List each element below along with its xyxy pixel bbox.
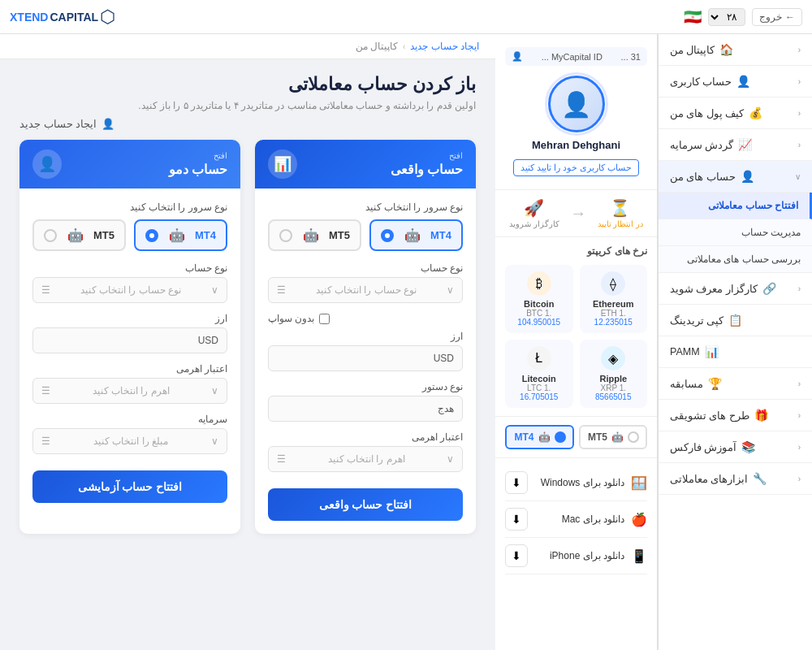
demo-capital-select[interactable]: ∨ مبلغ را انتخاب کنید ☰ [32, 428, 227, 454]
user-id-icon: 👤 [512, 51, 523, 62]
user-name: Mehran Dehghani [505, 139, 647, 151]
page-title: باز کردن حساب معاملاتی [19, 74, 476, 95]
chevron-down-icon: ∨ [211, 284, 218, 296]
ripple-sym: .XRP 1 [586, 384, 641, 392]
demo-mt4-radio [145, 229, 158, 242]
sidebar-item-education[interactable]: ‹ 📚 آموزش فارکس [659, 431, 812, 463]
ethereum-sym: .ETH 1 [586, 309, 641, 318]
demo-card-header-icon: 👤 [32, 150, 62, 179]
download-mac[interactable]: 🍎 دانلود برای Mac ⬇ [505, 501, 647, 538]
demo-submit-button[interactable]: افتتاح حساب آزمایشی [32, 470, 227, 503]
select-icon: ☰ [277, 453, 286, 465]
real-mt4-option[interactable]: MT4 🤖 [369, 219, 463, 251]
demo-currency-label: ارز [32, 313, 227, 324]
platform-mt4[interactable]: 🤖 MT4 [505, 425, 574, 449]
sidebar-label-copy-trading: کپی تریدینگ [670, 314, 723, 327]
sidebar-label-competition: مسابقه [670, 378, 703, 390]
promo-icon: 🎁 [754, 409, 768, 422]
sub-label-review-accounts: بررسی حساب های معاملاتی [687, 254, 801, 265]
download-windows-btn[interactable]: ⬇ [505, 471, 528, 494]
sidebar-item-copy-trading[interactable]: 📋 کپی تریدینگ [659, 305, 812, 336]
platform-mt5[interactable]: 🤖 MT5 [579, 425, 648, 449]
select-icon: ☰ [41, 284, 50, 296]
create-section: 👤 ایجاد حساب جدید افتح حساب واقعی 📊 نو [0, 118, 495, 547]
real-leverage-input[interactable] [268, 396, 463, 422]
real-mt5-icon: 🤖 [303, 228, 319, 243]
download-section: 🪟 دانلود برای Windows ⬇ 🍎 دانلود برای Ma… [495, 458, 657, 581]
mt4-label: MT4 [515, 431, 534, 443]
avatar-wrap: 👤 [548, 76, 605, 132]
sidebar-item-my-capital[interactable]: ‹ 🏠 کاپیتال من [659, 34, 812, 66]
download-iphone-btn[interactable]: ⬇ [505, 544, 528, 567]
real-card-type-name: حساب واقعی [391, 162, 463, 177]
sidebar-item-trading-tools[interactable]: ‹ 🔧 ابزارهای معاملاتی [659, 463, 812, 495]
sidebar-label-my-accounts: حساب های من [670, 171, 736, 183]
demo-currency-input[interactable] [32, 327, 227, 353]
demo-mt5-label: MT5 [93, 229, 114, 241]
topbar-left: ← خروج ۲۸ 🇮🇷 [684, 8, 802, 26]
page-subtitle: اولین قدم را برداشته و حساب معاملاتی منا… [19, 100, 476, 111]
real-submit-button[interactable]: افتتاح حساب واقعی [268, 488, 463, 521]
accounts-icon: 👤 [741, 170, 754, 183]
download-mac-btn[interactable]: ⬇ [505, 508, 528, 531]
real-ahrm-select[interactable]: ∨ اهرم را انتخاب کنید ☰ [268, 446, 463, 472]
status-start[interactable]: 🚀 کارگزار شروید [509, 198, 559, 228]
platform-toggle-section: 🤖 MT5 🤖 MT4 [495, 417, 657, 458]
real-bonus-checkbox[interactable] [319, 314, 330, 324]
breadcrumb-current: ایجاد حساب جدید [410, 41, 479, 52]
real-account-card: افتح حساب واقعی 📊 نوع سرور را انتخاب کنی… [255, 140, 476, 534]
sidebar-item-referral[interactable]: ‹ 🔗 کارگزار معرف شوید [659, 273, 812, 305]
chevron-icon: ‹ [798, 443, 801, 452]
download-windows[interactable]: 🪟 دانلود برای Windows ⬇ [505, 465, 647, 501]
sidebar-item-user-account[interactable]: ‹ 👤 حساب کاربری [659, 66, 812, 98]
ripple-price: 85665015 [586, 392, 641, 401]
start-label: کارگزار شروید [509, 219, 559, 228]
sidebar-subitem-review-accounts[interactable]: بررسی حساب های معاملاتی [659, 246, 812, 273]
real-ahrm-label: اعتبار اهرمی [268, 431, 463, 443]
demo-ahrm-select[interactable]: ∨ اهرم را انتخاب کنید ☰ [32, 378, 227, 404]
sidebar-item-promo[interactable]: ‹ 🎁 طرح های تشویقی [659, 400, 812, 431]
demo-capital-label: سرمایه [32, 414, 227, 425]
flag-icon: 🇮🇷 [684, 8, 702, 26]
main-layout: ‹ 🏠 کاپیتال من ‹ 👤 حساب کاربری ‹ 💰 کیف پ… [0, 34, 812, 650]
real-account-type-label: نوع حساب [268, 262, 463, 274]
demo-mt5-option[interactable]: MT5 🤖 [32, 219, 126, 251]
sidebar-item-competition[interactable]: ‹ 🏆 مسابقه [659, 368, 812, 400]
exit-button[interactable]: ← خروج [752, 8, 802, 26]
ethereum-icon: ⟠ [601, 271, 625, 296]
sidebar-item-my-accounts[interactable]: ∨ 👤 حساب های من [659, 161, 812, 193]
mt5-radio [628, 431, 639, 443]
demo-account-type-select[interactable]: ∨ نوع حساب را انتخاب کنید ☰ [32, 277, 227, 303]
demo-mt4-label: MT4 [195, 229, 216, 241]
sidebar-subitem-manage-accounts[interactable]: مدیریت حساب [659, 219, 812, 246]
select-icon: ☰ [41, 436, 50, 447]
bitcoin-icon: ₿ [527, 271, 551, 296]
real-card-header: افتح حساب واقعی 📊 [255, 140, 476, 188]
crypto-section-title: نرخ های کریپتو [505, 245, 647, 257]
demo-mt4-option[interactable]: MT4 🤖 [134, 219, 227, 251]
real-mt5-option[interactable]: MT5 🤖 [268, 219, 361, 251]
sidebar-item-capital-growth[interactable]: ‹ 📈 گردش سرمایه [659, 129, 812, 161]
real-currency-input[interactable] [268, 345, 463, 371]
bitcoin-sym: .BTC 1 [512, 309, 567, 318]
sidebar-subitem-open-trading[interactable]: افتتاح حساب معاملاتی [659, 193, 812, 219]
real-account-type-select[interactable]: ∨ نوع حساب را انتخاب کنید ☰ [268, 277, 463, 303]
ripple-icon: ◈ [601, 346, 625, 370]
cards-row: افتح حساب واقعی 📊 نوع سرور را انتخاب کنی… [19, 140, 476, 534]
trophy-icon: 🏆 [708, 377, 722, 390]
demo-ahrm-label: اعتبار اهرمی [32, 363, 227, 375]
download-iphone[interactable]: 📱 دانلود برای iPhone ⬇ [505, 538, 647, 574]
sidebar-item-pamm[interactable]: 📊 PAMM [659, 336, 812, 368]
real-mt5-label: MT5 [329, 229, 350, 241]
sidebar-item-wallet[interactable]: ‹ 💰 کیف پول های من [659, 98, 812, 129]
crypto-litecoin: Ł Litecoin .LTC 1 16.705015 [505, 340, 573, 408]
page-header: باز کردن حساب معاملاتی اولین قدم را بردا… [0, 59, 495, 118]
chevron-icon: ‹ [798, 411, 801, 420]
real-ahrm-field: اعتبار اهرمی ∨ اهرم را انتخاب کنید ☰ [268, 431, 463, 472]
demo-ahrm-placeholder: اهرم را انتخاب کنید [93, 385, 170, 396]
education-icon: 📚 [741, 440, 755, 453]
demo-card-type-label: افتح [169, 151, 227, 160]
verify-button[interactable]: حساب کاربری خود را تایید کنید [513, 159, 639, 176]
language-select[interactable]: ۲۸ [708, 8, 745, 26]
wallet-icon: 💰 [749, 106, 762, 119]
